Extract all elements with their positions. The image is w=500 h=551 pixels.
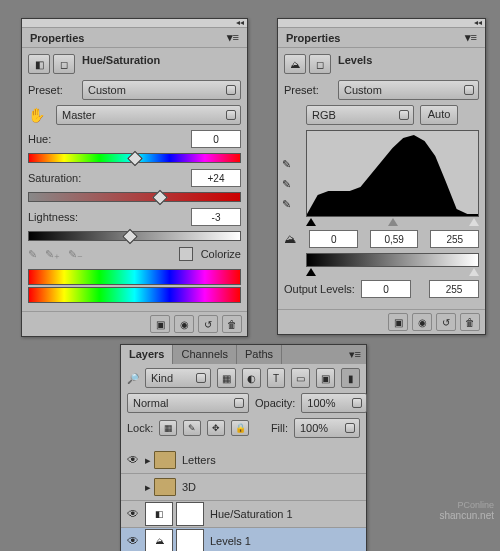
- white-point-handle[interactable]: [469, 218, 479, 226]
- layer-name[interactable]: Hue/Saturation 1: [210, 508, 293, 520]
- panel-menu-icon[interactable]: ▾≡: [227, 31, 239, 44]
- panel-tab-label: Properties: [286, 32, 340, 44]
- collapse-left-icon[interactable]: ◂◂: [474, 20, 482, 26]
- preset-select[interactable]: Custom: [82, 80, 241, 100]
- filter-type-icon[interactable]: T: [267, 368, 286, 388]
- output-black-field[interactable]: 0: [361, 280, 411, 298]
- saturation-slider[interactable]: [28, 192, 241, 202]
- view-previous-icon[interactable]: ◉: [412, 313, 432, 331]
- hue-input[interactable]: 0: [191, 130, 241, 148]
- preset-select[interactable]: Custom: [338, 80, 479, 100]
- output-white-handle[interactable]: [469, 268, 479, 276]
- eyedropper-icon[interactable]: ✎: [28, 248, 37, 261]
- trash-icon[interactable]: 🗑: [222, 315, 242, 333]
- fill-select[interactable]: 100%: [294, 418, 360, 438]
- reset-icon[interactable]: ↺: [198, 315, 218, 333]
- levels-panel: ◂◂ Properties ▾≡ ⛰ ◻ Levels Preset: Cust…: [277, 18, 486, 335]
- panel-menu-icon[interactable]: ▾≡: [465, 31, 477, 44]
- layer-name[interactable]: 3D: [182, 481, 196, 493]
- trash-icon[interactable]: 🗑: [460, 313, 480, 331]
- output-white-field[interactable]: 255: [429, 280, 479, 298]
- auto-button[interactable]: Auto: [420, 105, 458, 125]
- mask-icon[interactable]: ◻: [309, 54, 331, 74]
- tab-paths[interactable]: Paths: [237, 345, 282, 364]
- midtone-handle[interactable]: [388, 218, 398, 226]
- filter-pixel-icon[interactable]: ▦: [217, 368, 236, 388]
- levels-histogram: [306, 130, 479, 217]
- panel-titlebar[interactable]: ◂◂: [22, 19, 247, 28]
- gray-point-eyedropper-icon[interactable]: ✎: [282, 178, 298, 192]
- view-previous-icon[interactable]: ◉: [174, 315, 194, 333]
- panel-tab-properties[interactable]: Properties ▾≡: [278, 28, 485, 48]
- blend-mode-select[interactable]: Normal: [127, 393, 249, 413]
- lightness-input[interactable]: -3: [191, 208, 241, 226]
- eyedropper-sub-icon[interactable]: ✎₋: [68, 248, 83, 261]
- lock-position-icon[interactable]: ✥: [207, 420, 225, 436]
- panel-menu-icon[interactable]: ▾≡: [344, 345, 366, 364]
- layer-row-adjustment[interactable]: 👁 ◧ Hue/Saturation 1: [121, 501, 366, 528]
- filter-kind-icon[interactable]: 🔎: [127, 373, 139, 384]
- output-slider-triangles[interactable]: [306, 268, 479, 276]
- adjustment-thumb: ◧: [145, 502, 173, 526]
- black-point-handle[interactable]: [306, 218, 316, 226]
- layer-name[interactable]: Letters: [182, 454, 216, 466]
- eyedropper-add-icon[interactable]: ✎₊: [45, 248, 60, 261]
- layer-row-folder[interactable]: 👁 ▸ Letters: [121, 447, 366, 474]
- wb-icon[interactable]: ⛰: [284, 232, 303, 246]
- panel-titlebar[interactable]: ◂◂: [278, 19, 485, 28]
- panel-tab-properties[interactable]: Properties ▾≡: [22, 28, 247, 48]
- input-black-field[interactable]: 0: [309, 230, 358, 248]
- input-slider-triangles[interactable]: [306, 218, 479, 226]
- lightness-slider[interactable]: [28, 231, 241, 241]
- filter-toggle[interactable]: ▮: [341, 368, 360, 388]
- black-point-eyedropper-icon[interactable]: ✎: [282, 158, 298, 172]
- visibility-toggle[interactable]: 👁: [124, 505, 142, 523]
- hand-tool-icon[interactable]: ✋: [28, 107, 50, 123]
- visibility-toggle[interactable]: 👁: [124, 451, 142, 469]
- opacity-label: Opacity:: [255, 397, 295, 409]
- visibility-toggle[interactable]: 👁: [124, 532, 142, 550]
- clip-to-layer-icon[interactable]: ▣: [150, 315, 170, 333]
- filter-shape-icon[interactable]: ▭: [291, 368, 310, 388]
- filter-smart-icon[interactable]: ▣: [316, 368, 335, 388]
- clip-to-layer-icon[interactable]: ▣: [388, 313, 408, 331]
- lock-all-icon[interactable]: 🔒: [231, 420, 249, 436]
- levels-icon: ⛰: [284, 54, 306, 74]
- hue-slider[interactable]: [28, 153, 241, 163]
- layer-mask-thumb[interactable]: [176, 529, 204, 551]
- output-black-handle[interactable]: [306, 268, 316, 276]
- channel-select[interactable]: Master: [56, 105, 241, 125]
- visibility-toggle[interactable]: [124, 478, 142, 496]
- layer-row-folder[interactable]: ▸ 3D: [121, 474, 366, 501]
- reset-icon[interactable]: ↺: [436, 313, 456, 331]
- mask-icon[interactable]: ◻: [53, 54, 75, 74]
- tab-channels[interactable]: Channels: [173, 345, 236, 364]
- channel-select[interactable]: RGB: [306, 105, 414, 125]
- expand-icon[interactable]: ▸: [145, 481, 151, 494]
- lock-transparency-icon[interactable]: ▦: [159, 420, 177, 436]
- filter-adjustment-icon[interactable]: ◐: [242, 368, 261, 388]
- folder-icon: [154, 478, 176, 496]
- saturation-input[interactable]: +24: [191, 169, 241, 187]
- layer-mask-thumb[interactable]: [176, 502, 204, 526]
- layers-panel: Layers Channels Paths ▾≡ 🔎 Kind ▦ ◐ T ▭ …: [120, 344, 367, 551]
- input-gamma-field[interactable]: 0,59: [370, 230, 419, 248]
- lock-pixels-icon[interactable]: ✎: [183, 420, 201, 436]
- lightness-label: Lightness:: [28, 211, 78, 223]
- opacity-select[interactable]: 100%: [301, 393, 367, 413]
- panel-bottom-bar: ▣ ◉ ↺ 🗑: [278, 309, 485, 334]
- input-white-field[interactable]: 255: [430, 230, 479, 248]
- layer-name[interactable]: Levels 1: [210, 535, 251, 547]
- preset-label: Preset:: [284, 84, 332, 96]
- output-gradient: [306, 253, 479, 267]
- adjustment-thumb: ⛰: [145, 529, 173, 551]
- colorize-checkbox[interactable]: [179, 247, 193, 261]
- tab-layers[interactable]: Layers: [121, 345, 173, 364]
- adjustment-title: Levels: [338, 54, 372, 74]
- filter-kind-select[interactable]: Kind: [145, 368, 211, 388]
- output-levels-label: Output Levels:: [284, 283, 355, 295]
- expand-icon[interactable]: ▸: [145, 454, 151, 467]
- white-point-eyedropper-icon[interactable]: ✎: [282, 198, 298, 212]
- layer-row-adjustment[interactable]: 👁 ⛰ Levels 1: [121, 528, 366, 551]
- collapse-left-icon[interactable]: ◂◂: [236, 20, 244, 26]
